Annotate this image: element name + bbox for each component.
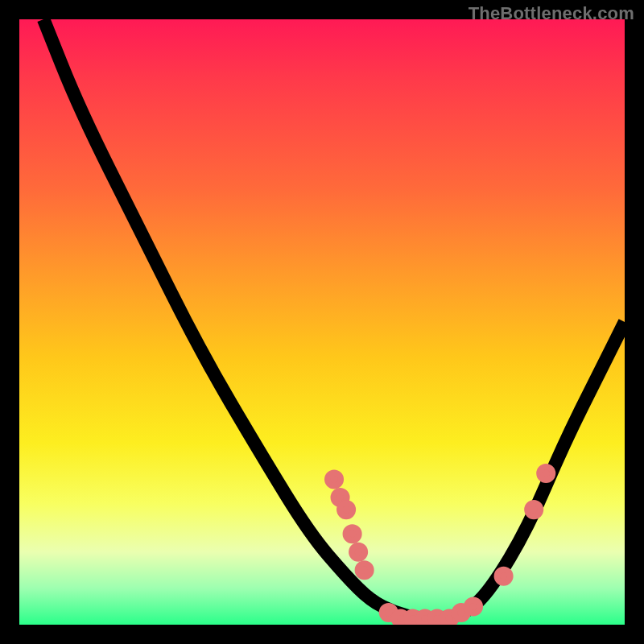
watermark-text: TheBottleneck.com (469, 3, 634, 24)
plot-area (19, 19, 625, 625)
curve-marker (345, 527, 359, 541)
curve-marker (352, 545, 365, 559)
curve-marker (357, 564, 371, 577)
curve-marker (328, 473, 341, 486)
curve-marker (539, 467, 553, 481)
curve-marker (527, 503, 541, 517)
curve-marker (497, 570, 510, 584)
chart-root: TheBottleneck.com (0, 0, 644, 644)
curve-marker (467, 600, 481, 613)
chart-svg (19, 19, 625, 625)
bottleneck-curve (43, 19, 625, 618)
curve-marker (340, 503, 353, 517)
